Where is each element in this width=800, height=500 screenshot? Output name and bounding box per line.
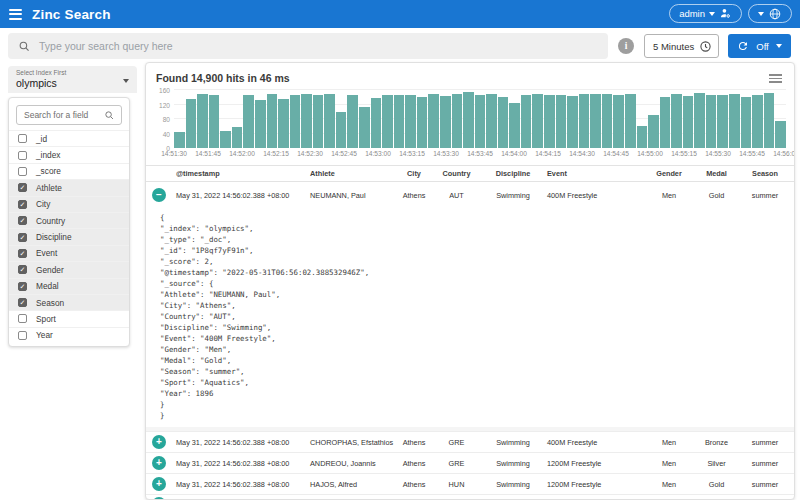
field-search-placeholder: Search for a field	[24, 110, 88, 120]
results-table: @timestampAthleteCityCountryDisciplineEv…	[146, 165, 794, 500]
hits-summary: Found 14,900 hits in 46 ms	[146, 63, 794, 86]
cell-country: HUN	[430, 480, 483, 489]
table-row[interactable]: +	[146, 495, 794, 500]
histogram-bar	[648, 115, 659, 148]
cell-gender: Men	[645, 459, 693, 468]
checkbox[interactable]: ✓	[18, 249, 27, 258]
x-tick-label: 14:55:45	[739, 150, 765, 157]
checkbox[interactable]: ✓	[18, 298, 27, 307]
histogram-bar	[267, 94, 278, 148]
field-label: Season	[36, 298, 64, 308]
field-item-_score[interactable]: _score	[9, 163, 129, 179]
histogram-bar	[278, 99, 289, 148]
table-row[interactable]: −May 31, 2022 14:56:02.388 +08:00NEUMANN…	[146, 182, 794, 208]
x-tick-label: 14:54:00	[501, 150, 527, 157]
checkbox[interactable]: ✓	[18, 265, 27, 274]
histogram-bar	[232, 127, 243, 148]
histogram-bar	[752, 95, 763, 148]
checkbox[interactable]: ✓	[18, 216, 27, 225]
field-label: Country	[36, 216, 65, 226]
refresh-button[interactable]: Off	[728, 34, 791, 58]
histogram-bar	[625, 94, 636, 148]
histogram-bar	[741, 97, 752, 148]
column-header-medal: Medal	[693, 169, 740, 178]
checkbox[interactable]: ✓	[18, 282, 27, 291]
hits-histogram[interactable]: 04080120160	[154, 90, 786, 148]
field-item-Event[interactable]: ✓Event	[9, 245, 129, 261]
json-line: "Season": "summer",	[160, 366, 794, 377]
field-item-Year[interactable]: Year	[9, 327, 129, 343]
field-item-_id[interactable]: _id	[9, 130, 129, 146]
hamburger-menu-icon[interactable]	[0, 0, 30, 28]
histogram-bar	[371, 98, 382, 148]
checkbox[interactable]	[18, 331, 27, 340]
cell-country: GRE	[430, 459, 483, 468]
field-item-Sport[interactable]: Sport	[9, 310, 129, 326]
chart-menu-icon[interactable]	[769, 74, 782, 83]
histogram-bar	[486, 94, 497, 148]
histogram-bar	[509, 103, 520, 148]
field-item-Medal[interactable]: ✓Medal	[9, 278, 129, 294]
time-range-value: 5 Minutes	[653, 41, 694, 52]
histogram-bar	[717, 95, 728, 148]
field-label: _index	[36, 150, 60, 160]
table-row[interactable]: +May 31, 2022 14:56:02.388 +08:00HAJOS, …	[146, 474, 794, 495]
table-row[interactable]: +May 31, 2022 14:56:02.388 +08:00ANDREOU…	[146, 453, 794, 474]
expand-cell: −	[146, 188, 172, 202]
x-tick-label: 14:52:00	[229, 150, 255, 157]
results-panel: Found 14,900 hits in 46 ms 04080120160 1…	[145, 62, 795, 500]
manage-accounts-icon	[719, 7, 732, 20]
field-item-Athlete[interactable]: ✓Athlete	[9, 179, 129, 195]
x-tick-label: 14:53:45	[467, 150, 493, 157]
histogram-bar	[301, 94, 312, 148]
index-select-value: olympics	[16, 77, 129, 89]
field-label: _score	[36, 166, 61, 176]
info-icon[interactable]: i	[618, 38, 634, 54]
expand-row-button[interactable]: +	[152, 456, 166, 470]
checkbox[interactable]	[18, 167, 27, 176]
chevron-down-icon	[758, 12, 764, 16]
field-item-City[interactable]: ✓City	[9, 196, 129, 212]
index-select[interactable]: Select Index First olympics	[8, 66, 137, 93]
expand-row-button[interactable]: +	[152, 477, 166, 491]
field-item-Country[interactable]: ✓Country	[9, 212, 129, 228]
histogram-bar	[567, 96, 578, 148]
cell-timestamp: May 31, 2022 14:56:02.388 +08:00	[172, 191, 306, 200]
x-tick-label: 14:53:30	[433, 150, 459, 157]
histogram-bar	[347, 95, 358, 148]
checkbox[interactable]: ✓	[18, 200, 27, 209]
cell-gender: Men	[645, 480, 693, 489]
app-title: Zinc Search	[32, 7, 111, 22]
language-menu-button[interactable]	[748, 4, 792, 23]
histogram-bar	[775, 121, 786, 148]
checkbox[interactable]	[18, 134, 27, 143]
field-item-Season[interactable]: ✓Season	[9, 294, 129, 310]
histogram-bar	[417, 97, 428, 148]
x-tick-label: 14:54:15	[535, 150, 561, 157]
histogram-bar	[452, 94, 463, 148]
checkbox[interactable]: ✓	[18, 183, 27, 192]
json-line: "_source": {	[160, 278, 794, 289]
field-item-Discipline[interactable]: ✓Discipline	[9, 228, 129, 244]
histogram-bar	[729, 94, 740, 148]
search-input[interactable]: Type your search query here	[8, 33, 608, 59]
user-menu-button[interactable]: admin	[669, 4, 742, 23]
x-tick-label: 14:52:45	[331, 150, 357, 157]
y-tick-label: 80	[163, 116, 170, 123]
histogram-x-axis: 14:51:3014:51:4514:52:0014:52:1514:52:30…	[174, 149, 786, 160]
cell-season: summer	[740, 438, 790, 447]
auto-refresh-value: Off	[756, 41, 769, 52]
histogram-bar	[463, 92, 474, 148]
field-item-Gender[interactable]: ✓Gender	[9, 261, 129, 277]
checkbox[interactable]	[18, 314, 27, 323]
expand-cell: +	[146, 435, 172, 449]
field-search-input[interactable]: Search for a field	[16, 105, 122, 125]
cell-athlete: ANDREOU, Joannis	[306, 459, 398, 468]
field-item-_index[interactable]: _index	[9, 146, 129, 162]
checkbox[interactable]	[18, 151, 27, 160]
time-range-selector[interactable]: 5 Minutes	[644, 34, 719, 58]
table-row[interactable]: +May 31, 2022 14:56:02.388 +08:00CHOROPH…	[146, 432, 794, 453]
expand-row-button[interactable]: +	[152, 435, 166, 449]
collapse-row-button[interactable]: −	[152, 188, 166, 202]
checkbox[interactable]: ✓	[18, 233, 27, 242]
